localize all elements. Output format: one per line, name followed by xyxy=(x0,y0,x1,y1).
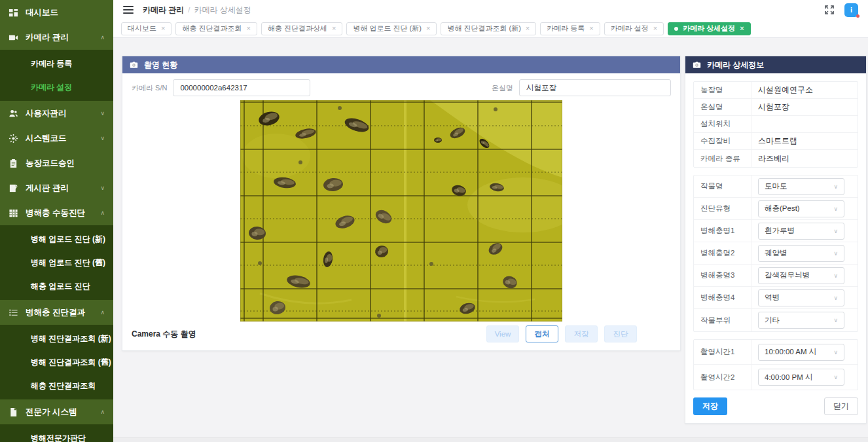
tab-7-active[interactable]: 카메라 상세설정× xyxy=(668,22,751,35)
detail-row-value: 스마트트랩 xyxy=(751,136,858,147)
close-button[interactable]: 닫기 xyxy=(824,397,858,415)
chevron-down-icon: ∨ xyxy=(100,110,105,117)
trap-photo-container xyxy=(132,100,671,322)
tab-2[interactable]: 해충 진단결과상세× xyxy=(261,22,343,35)
capture-panel-title: 촬영 현황 xyxy=(144,60,177,71)
sidebar-item-7[interactable]: 병해충 진단결과∧ xyxy=(0,300,113,325)
fullscreen-icon[interactable] xyxy=(824,5,835,15)
sidebar-item-6[interactable]: 병해충 수동진단∧ xyxy=(0,200,113,225)
chevron-up-icon: ∧ xyxy=(100,309,105,316)
select-2-1[interactable]: 4:00:00 PM 시∨ xyxy=(758,369,844,386)
sidebar-item-label: 사용자관리 xyxy=(26,108,67,119)
sidebar-item-8[interactable]: 전문가 시스템∧ xyxy=(0,399,113,424)
tab-close-icon[interactable]: × xyxy=(740,25,744,32)
detail-row: 농장명시설원예연구소 xyxy=(694,82,858,99)
top-header: 카메라 관리 / 카메라 상세설정 i xyxy=(113,0,868,20)
tab-close-icon[interactable]: × xyxy=(161,25,165,32)
sidebar-subitem-7-1[interactable]: 병해 진단결과조회 (舊) xyxy=(0,350,113,374)
select-value: 역병 xyxy=(765,293,780,303)
detail-row: 촬영시간110:00:00 AM 시∨ xyxy=(694,340,858,365)
chat-info-icon[interactable]: i xyxy=(844,3,858,17)
sidebar-subitem-1-1[interactable]: 카메라 설정 xyxy=(0,75,113,99)
manual-capture-title: Camera 수동 촬영 xyxy=(132,329,196,340)
select-1-1[interactable]: 해충(Pest)∨ xyxy=(758,200,844,217)
camera-icon xyxy=(693,61,701,69)
select-1-2[interactable]: 흰가루병∨ xyxy=(758,223,844,240)
select-1-0[interactable]: 토마토∨ xyxy=(758,178,844,195)
document-icon xyxy=(9,407,18,417)
detail-row-label: 설치위치 xyxy=(694,116,751,132)
select-1-5[interactable]: 역병∨ xyxy=(758,289,844,306)
detail-row-label: 촬영시간1 xyxy=(694,340,751,364)
sidebar-subitem-7-2[interactable]: 해충 진단결과조회 xyxy=(0,374,113,397)
tab-close-icon[interactable]: × xyxy=(332,25,336,32)
select-1-6[interactable]: 기타∨ xyxy=(758,312,844,329)
sidebar-subitem-6-2[interactable]: 해충 업로드 진단 xyxy=(0,274,113,298)
tab-label: 카메라 설정 xyxy=(611,24,649,33)
breadcrumb-separator: / xyxy=(188,6,190,14)
select-1-3[interactable]: 궤양병∨ xyxy=(758,245,844,262)
sidebar-subitem-8-0[interactable]: 병해전문가판단 xyxy=(0,426,113,442)
sidebar-item-2[interactable]: 사용자관리∨ xyxy=(0,101,113,126)
select-value: 갈색점무늬병 xyxy=(765,270,810,280)
tab-label: 대시보드 xyxy=(128,24,156,33)
tab-3[interactable]: 병해 업로드 진단 (新)× xyxy=(346,22,437,35)
tab-close-icon[interactable]: × xyxy=(526,25,530,32)
tab-close-icon[interactable]: × xyxy=(653,25,657,32)
open-tabs-bar: 대시보드×해충 진단결과조회×해충 진단결과상세×병해 업로드 진단 (新)×병… xyxy=(113,20,868,38)
tab-0[interactable]: 대시보드× xyxy=(121,22,172,35)
tab-4[interactable]: 병해 진단결과조회 (新)× xyxy=(441,22,536,35)
sidebar-subitem-7-0[interactable]: 병해 진단결과조회 (新) xyxy=(0,327,113,350)
sidebar-item-4[interactable]: 농장코드승인 xyxy=(0,151,113,175)
sidebar-subitem-1-0[interactable]: 카메라 등록 xyxy=(0,52,113,75)
tab-5[interactable]: 카메라 등록× xyxy=(540,22,600,35)
capture-button-2[interactable]: 저장 xyxy=(565,325,598,342)
select-2-0[interactable]: 10:00:00 AM 시∨ xyxy=(758,344,844,361)
capture-button-0[interactable]: View xyxy=(486,325,519,342)
detail-row: 진단유형해충(Pest)∨ xyxy=(694,198,858,220)
tab-6[interactable]: 카메라 설정× xyxy=(604,22,664,35)
detail-row: 촬영시간24:00:00 PM 시∨ xyxy=(694,365,858,390)
tab-label: 카메라 등록 xyxy=(547,24,585,33)
sidebar-item-3[interactable]: 시스템코드∨ xyxy=(0,126,113,151)
greenhouse-input[interactable]: 시험포장 xyxy=(519,79,671,96)
tab-close-icon[interactable]: × xyxy=(426,25,430,32)
detail-row-value: 시설원예연구소 xyxy=(751,84,858,96)
tab-1[interactable]: 해충 진단결과조회× xyxy=(175,22,257,35)
camera-sn-input[interactable]: 000000002a642317 xyxy=(173,79,310,96)
detail-row-label: 촬영시간2 xyxy=(694,365,751,390)
detail-row: 온실명시험포장 xyxy=(694,99,858,116)
select-value: 토마토 xyxy=(765,181,787,191)
tab-label: 해충 진단결과상세 xyxy=(268,24,327,33)
users-icon xyxy=(9,109,18,119)
detail-panel-header: 카메라 상세정보 xyxy=(685,56,866,73)
sidebar-item-5[interactable]: 게시판 관리∨ xyxy=(0,175,113,200)
detail-row: 병해충명2궤양병∨ xyxy=(694,242,858,265)
capture-button-1[interactable]: 캡처 xyxy=(526,325,558,342)
detail-group-2: 작물명토마토∨진단유형해충(Pest)∨병해충명1흰가루병∨병해충명2궤양병∨병… xyxy=(693,175,858,332)
select-value: 궤양병 xyxy=(765,248,787,258)
camera-icon xyxy=(130,61,138,69)
sidebar-item-0[interactable]: 대시보드 xyxy=(0,0,113,25)
save-button[interactable]: 저장 xyxy=(693,397,727,415)
greenhouse-label: 온실명 xyxy=(492,83,513,93)
sidebar-item-label: 게시판 관리 xyxy=(26,183,69,194)
tab-close-icon[interactable]: × xyxy=(247,25,251,32)
sidebar-subitem-6-1[interactable]: 병해 업로드 진단 (舊) xyxy=(0,251,113,274)
sidebar-item-1[interactable]: 카메라 관리∧ xyxy=(0,25,113,50)
capture-button-3[interactable]: 진단 xyxy=(604,325,637,342)
sidebar-submenu: 병해 진단결과조회 (新)병해 진단결과조회 (舊)해충 진단결과조회 xyxy=(0,325,113,399)
detail-row-label: 작물부위 xyxy=(694,309,751,331)
sidebar-item-label: 시스템코드 xyxy=(26,133,67,144)
select-1-4[interactable]: 갈색점무늬병∨ xyxy=(758,267,844,284)
detail-row-label: 카메라 종류 xyxy=(694,150,751,167)
gear-icon xyxy=(9,134,18,143)
detail-row-label: 진단유형 xyxy=(694,198,751,219)
detail-row-label: 병해충명2 xyxy=(694,242,751,264)
breadcrumb-page: 카메라 상세설정 xyxy=(194,5,251,16)
tab-close-icon[interactable]: × xyxy=(589,25,593,32)
detail-row-label: 농장명 xyxy=(694,82,751,98)
chevron-down-icon: ∨ xyxy=(833,349,838,356)
sidebar-subitem-6-0[interactable]: 병해 업로드 진단 (新) xyxy=(0,227,113,251)
hamburger-menu-icon[interactable] xyxy=(123,6,134,14)
